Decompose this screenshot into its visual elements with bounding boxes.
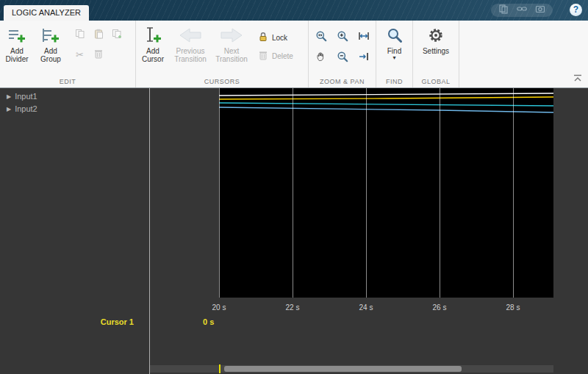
tab-logic-analyzer[interactable]: LOGIC ANALYZER [4,5,89,21]
logic-analyzer-window: LOGIC ANALYZER ? [0,0,588,374]
time-tick: 22 s [278,303,307,312]
add-cursor-label: Add Cursor [142,47,164,63]
waveform-display: ▶ Input1 ▶ Input2 20 s 22 s 24 s 26 s 28… [0,88,588,374]
pan-button[interactable] [310,48,331,68]
pan-hand-icon [315,51,327,65]
delete-cursor-label: Delete [272,52,293,60]
find-icon [387,24,403,47]
quick-access-toolbar [491,4,553,17]
section-label-edit: EDIT [0,76,135,87]
add-group-label: Add Group [40,47,61,63]
zoom-in-icon [337,30,348,45]
collapse-toolstrip-icon [573,72,582,84]
toolstrip-filler [459,21,588,87]
previous-transition-button[interactable]: Previous Transition [170,24,211,63]
time-tick: 20 s [204,303,234,312]
copy-icon[interactable] [498,4,509,17]
duplicate-icon [112,29,122,42]
expand-arrow-icon: ▶ [7,106,11,112]
toolstrip: Add Divider Add Group [0,21,588,88]
time-tick: 26 s [425,303,454,312]
lock-button[interactable]: Lock [258,32,293,43]
section-find: Find ▾ FIND [376,21,413,87]
snapshot-icon[interactable] [535,4,545,17]
zoom-in-time-button[interactable] [310,27,331,48]
section-zoom-pan: ZOOM & PAN [309,21,376,87]
collapse-toolstrip-button[interactable] [573,72,582,85]
add-divider-label: Add Divider [5,47,28,63]
trash-icon [93,48,104,62]
time-tick: 28 s [498,303,528,312]
scrollbar-thumb[interactable] [224,366,462,372]
delete-button[interactable] [89,45,107,65]
zoom-to-cursor-button[interactable] [353,48,374,68]
find-button[interactable]: Find ▾ [378,24,412,61]
scissors-icon: ✂ [76,49,84,60]
gridline [366,88,367,298]
section-label-global: GLOBAL [413,76,459,87]
help-icon[interactable]: ? [570,4,582,16]
cut-button[interactable]: ✂ [71,45,89,65]
tab-bar: LOGIC ANALYZER ? [0,0,588,21]
delete-cursor-button[interactable]: Delete [258,50,293,62]
channel-row-input2[interactable]: ▶ Input2 [7,103,37,115]
lock-icon [258,32,268,43]
next-transition-icon [219,24,244,47]
lock-label: Lock [272,34,287,42]
duplicate-button[interactable] [107,25,126,45]
section-label-cursors: CURSORS [136,76,308,87]
add-divider-icon [7,24,26,47]
cursor-value-label[interactable]: 0 s [203,317,214,326]
add-cursor-button[interactable]: Add Cursor [136,24,170,63]
section-edit: Add Divider Add Group [0,21,136,87]
paste-button[interactable] [89,25,107,45]
cursor-actions: Lock Delete [258,24,293,62]
channel-label: Input1 [15,92,37,101]
link-icon[interactable] [517,4,527,17]
section-global: Settings GLOBAL [413,21,459,87]
signal-traces [219,88,553,298]
copy-icon [75,29,85,42]
cursor-position-marker[interactable] [219,364,220,373]
zoom-out-icon [337,51,348,65]
chevron-down-icon: ▾ [392,55,395,61]
fit-to-view-button[interactable] [353,27,374,48]
settings-button[interactable]: Settings [415,24,457,55]
settings-label: Settings [423,47,449,55]
time-tick: 24 s [351,303,381,312]
fit-to-view-icon [358,30,370,45]
add-cursor-icon [143,24,162,47]
add-divider-button[interactable]: Add Divider [0,24,34,63]
section-label-find: FIND [376,76,412,87]
gridline [513,88,514,298]
add-group-icon [41,24,60,47]
section-cursors: Add Cursor Previous Transition [136,21,309,87]
next-transition-button[interactable]: Next Transition [211,24,252,63]
expand-arrow-icon: ▶ [7,93,11,100]
zoom-in-button[interactable] [331,27,353,48]
edit-mini-buttons: ✂ [71,24,126,65]
channel-label: Input2 [15,104,37,113]
zoom-buttons [310,24,374,68]
channel-row-input1[interactable]: ▶ Input1 [7,90,37,102]
gridline [219,88,220,298]
zoom-in-time-icon [315,30,327,45]
waveform-plot[interactable] [219,88,553,298]
zoom-to-cursor-icon [358,51,370,65]
gear-icon [428,24,444,47]
zoom-out-button[interactable] [331,48,353,68]
previous-transition-label: Previous Transition [174,47,207,63]
pane-splitter[interactable] [149,88,150,374]
paste-icon [93,29,104,42]
section-label-zoom-pan: ZOOM & PAN [309,76,376,87]
copy-button[interactable] [71,25,89,45]
previous-transition-icon [178,24,203,47]
horizontal-scrollbar[interactable] [150,365,553,373]
gridline [440,88,440,298]
add-group-button[interactable]: Add Group [34,24,68,63]
gridline [293,88,293,298]
trash-icon [258,50,268,62]
next-transition-label: Next Transition [215,47,248,63]
cursor-name-label: Cursor 1 [0,317,134,326]
